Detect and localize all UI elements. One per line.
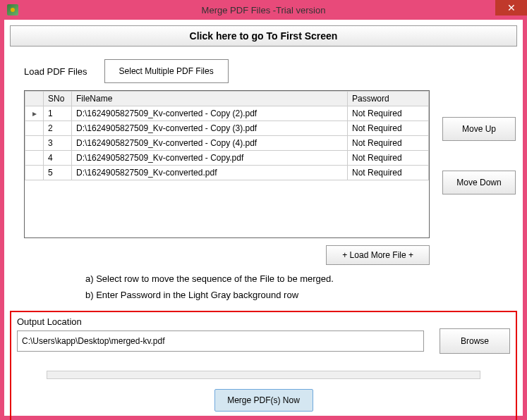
file-grid[interactable]: SNo FileName Password ▸1D:\1624905827509…: [24, 90, 430, 238]
app-icon: [7, 4, 18, 16]
app-window: Merge PDF Files -Trial version ✕ Click h…: [0, 0, 527, 420]
load-more-button[interactable]: + Load More File +: [326, 245, 430, 265]
col-password: Password: [348, 92, 429, 106]
load-more-row: + Load More File +: [24, 245, 430, 265]
browse-button[interactable]: Browse: [440, 328, 510, 354]
table-row[interactable]: 5D:\1624905827509_Kv-converted.pdfNot Re…: [25, 166, 429, 180]
instruction-b: b) Enter Password in the Light Gray back…: [85, 287, 523, 303]
row-selector-icon: ▸: [25, 106, 44, 121]
output-label: Output Location: [17, 316, 510, 327]
instructions: a) Select row to move the sequence of th…: [85, 271, 523, 304]
table-row[interactable]: ▸1D:\1624905827509_Kv-converted - Copy (…: [25, 106, 429, 121]
col-sno: SNo: [44, 92, 72, 106]
merge-now-button[interactable]: Merge PDF(s) Now: [214, 389, 313, 412]
window-title: Merge PDF Files -Trial version: [202, 5, 326, 16]
table-row[interactable]: 2D:\1624905827509_Kv-converted - Copy (3…: [25, 121, 429, 136]
output-path-input[interactable]: [17, 331, 424, 352]
first-screen-button[interactable]: Click here to go To First Screen: [10, 25, 517, 47]
content-area: Click here to go To First Screen Load PD…: [4, 20, 523, 416]
output-section: Output Location Browse Merge PDF(s) Now: [10, 311, 517, 420]
titlebar: Merge PDF Files -Trial version ✕: [0, 0, 527, 20]
table-area: SNo FileName Password ▸1D:\1624905827509…: [24, 90, 523, 238]
select-multiple-button[interactable]: Select Multiple PDF Files: [104, 59, 229, 83]
table-row[interactable]: 4D:\1624905827509_Kv-converted - Copy.pd…: [25, 151, 429, 166]
table-row[interactable]: 3D:\1624905827509_Kv-converted - Copy (4…: [25, 136, 429, 151]
col-filename: FileName: [72, 92, 348, 106]
load-pdf-label: Load PDF Files: [24, 66, 87, 77]
instruction-a: a) Select row to move the sequence of th…: [85, 271, 523, 287]
move-up-button[interactable]: Move Up: [442, 117, 516, 141]
close-button[interactable]: ✕: [495, 0, 527, 16]
move-down-button[interactable]: Move Down: [442, 171, 516, 194]
load-section: Load PDF Files Select Multiple PDF Files: [24, 59, 523, 83]
grid-header: SNo FileName Password: [25, 92, 429, 106]
progress-bar: [47, 371, 480, 379]
reorder-buttons: Move Up Move Down: [442, 90, 516, 194]
